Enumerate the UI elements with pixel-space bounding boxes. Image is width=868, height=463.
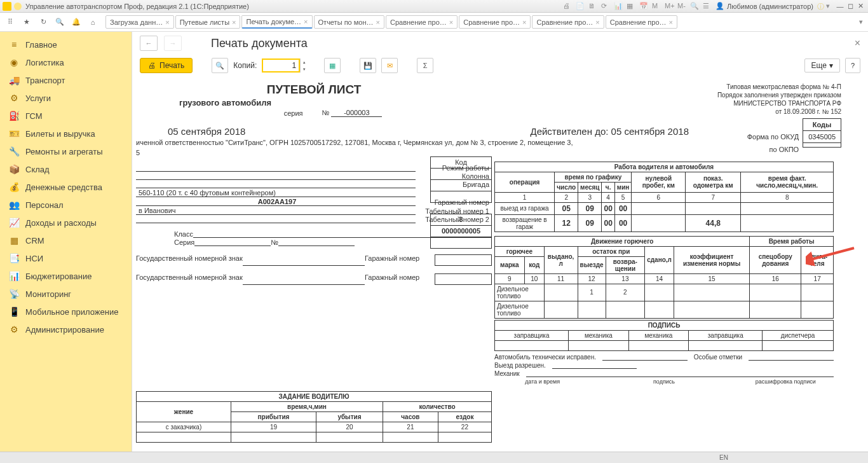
- mplus-icon[interactable]: M+: [665, 2, 674, 11]
- decipher-caption: расшифровка подписи: [738, 378, 834, 385]
- driver: в Иванович: [136, 207, 416, 215]
- sidebar-item-11[interactable]: ▦CRM: [0, 232, 132, 249]
- save-button[interactable]: 💾: [360, 58, 376, 73]
- apps-button[interactable]: ⠿: [3, 15, 18, 30]
- more-button[interactable]: Еще▾: [804, 59, 840, 73]
- tab-1[interactable]: Путевые листы×: [175, 15, 241, 29]
- chart-icon[interactable]: 📊: [614, 2, 623, 11]
- document-scroll[interactable]: ПУТЕВОЙ ЛИСТ грузового автомобиля серия …: [132, 76, 868, 452]
- sidebar-item-7[interactable]: 📦Склад: [0, 160, 132, 178]
- copies-input[interactable]: 1: [262, 59, 300, 73]
- sidebar-icon: 🚚: [9, 75, 19, 85]
- sidebar-item-10[interactable]: 📈Доходы и расходы: [0, 214, 132, 232]
- history-button[interactable]: ↻: [36, 15, 51, 30]
- minimize-button[interactable]: —: [835, 2, 845, 11]
- favorite-button[interactable]: ★: [19, 15, 34, 30]
- tab-close-icon[interactable]: ×: [376, 18, 380, 26]
- sidebar-item-2[interactable]: 🚚Транспорт: [0, 71, 132, 89]
- home-button[interactable]: ⌂: [85, 15, 100, 30]
- sidebar-item-16[interactable]: ⚙Администрирование: [0, 321, 132, 338]
- sidebar-icon: 🎫: [9, 128, 19, 139]
- tab-close-icon[interactable]: ×: [595, 18, 599, 26]
- print-button[interactable]: 🖨Печать: [140, 58, 193, 73]
- refresh-icon[interactable]: ⟳: [601, 2, 610, 11]
- tab-close-icon[interactable]: ×: [522, 18, 526, 26]
- tab-close-icon[interactable]: ×: [449, 18, 453, 26]
- tab-close-icon[interactable]: ×: [669, 18, 673, 26]
- calc-icon[interactable]: 🗎: [588, 2, 597, 11]
- sidebar-icon: ⚙: [9, 324, 19, 335]
- tab-close-icon[interactable]: ×: [232, 18, 236, 26]
- sidebar-item-12[interactable]: 📑НСИ: [0, 249, 132, 267]
- print-icon[interactable]: 🖨: [563, 2, 572, 11]
- list-icon[interactable]: ☰: [703, 2, 712, 11]
- user-label[interactable]: 👤Любимов (администратор): [715, 2, 813, 10]
- grid-icon[interactable]: ▦: [627, 2, 635, 11]
- sidebar-icon: 📈: [9, 218, 19, 228]
- page-close-button[interactable]: ×: [855, 38, 860, 49]
- sidebar-item-9[interactable]: 👥Персонал: [0, 196, 132, 214]
- codes-header: Коды: [803, 119, 841, 131]
- preview-button[interactable]: 🔍: [212, 58, 228, 73]
- tab-6[interactable]: Сравнение про…×: [532, 15, 604, 29]
- sidebar-item-6[interactable]: 🔧Ремонты и агрегаты: [0, 142, 132, 160]
- sidebar-item-0[interactable]: ≡Главное: [0, 36, 132, 53]
- doc-number: -000003: [331, 109, 382, 117]
- okud-label: Форма по ОКУД: [743, 131, 803, 142]
- tab-close-icon[interactable]: ×: [165, 18, 169, 26]
- m-icon[interactable]: M: [652, 2, 661, 11]
- cal-icon[interactable]: 📅: [639, 2, 648, 11]
- tab-menu-button[interactable]: ▾: [857, 15, 865, 30]
- sidebar-item-15[interactable]: 📱Мобильное приложение: [0, 303, 132, 321]
- sidebar-item-13[interactable]: 📊Бюджетирование: [0, 267, 132, 285]
- zoom-icon[interactable]: 🔍: [690, 2, 699, 11]
- doc-icon[interactable]: 📄: [576, 2, 585, 11]
- sidebar: ≡Главное◉Логистика🚚Транспорт⚙Услуги⛽ГСМ🎫…: [0, 32, 132, 452]
- notif-button[interactable]: 🔔: [69, 15, 84, 30]
- tab-0[interactable]: Загрузка данн…×: [105, 15, 174, 29]
- garage2-label: Гаражный номер: [365, 273, 435, 285]
- search-button[interactable]: 🔍: [52, 15, 67, 30]
- sidebar-icon: ⚙: [9, 93, 19, 103]
- copies-down[interactable]: ▼: [300, 66, 308, 73]
- dropdown-icon[interactable]: [14, 3, 22, 10]
- tab-3[interactable]: Отчеты по мон…×: [314, 15, 384, 29]
- tab-5[interactable]: Сравнение про…×: [459, 15, 531, 29]
- sidebar-item-5[interactable]: 🎫Билеты и выручка: [0, 125, 132, 142]
- forward-button[interactable]: →: [164, 36, 182, 51]
- sidebar-label: CRM: [25, 236, 44, 245]
- form-note-2: Порядок заполнения утвержден приказом: [492, 91, 841, 99]
- tab-close-icon[interactable]: ×: [304, 18, 308, 25]
- sidebar-item-3[interactable]: ⚙Услуги: [0, 89, 132, 107]
- info-icon[interactable]: ⓘ: [817, 2, 826, 11]
- tab-2[interactable]: Печать докуме…×: [241, 15, 312, 29]
- mminus-icon[interactable]: M-: [677, 2, 686, 11]
- code-mini-table: Код 3 0000000005: [430, 156, 492, 249]
- sidebar-item-1[interactable]: ◉Логистика: [0, 53, 132, 71]
- codes-box: Коды 0345005 Форма по ОКУД по ОКПО: [803, 118, 841, 148]
- tab-4[interactable]: Сравнение про…×: [386, 15, 458, 29]
- sidebar-item-4[interactable]: ⛽ГСМ: [0, 107, 132, 125]
- sidebar-icon: 📊: [9, 271, 19, 281]
- series2-label: Серия: [174, 238, 194, 246]
- sidebar-label: Транспорт: [25, 76, 65, 85]
- sidebar-item-14[interactable]: 📡Мониторинг: [0, 285, 132, 303]
- top-toolbar: ⠿ ★ ↻ 🔍 🔔 ⌂ Загрузка данн…×Путевые листы…: [0, 13, 868, 32]
- sidebar-icon: ≡: [9, 39, 19, 50]
- form-note-1: Типовая межотраслевая форма № 4-П: [492, 83, 841, 91]
- lang-indicator[interactable]: EN: [719, 454, 728, 461]
- sidebar-icon: 💰: [9, 182, 19, 192]
- back-button[interactable]: ←: [140, 36, 158, 51]
- copies-up[interactable]: ▲: [300, 59, 308, 66]
- sidebar-label: Денежные средства: [25, 183, 102, 192]
- sign-table: ПОДПИСЬ заправщикамеханикамеханиказаправ…: [494, 320, 834, 351]
- close-button[interactable]: ✕: [855, 2, 865, 11]
- dropdown2-icon[interactable]: ▾: [826, 2, 835, 11]
- maximize-button[interactable]: ◻: [845, 2, 855, 11]
- sum-button[interactable]: Σ: [417, 58, 433, 73]
- tab-7[interactable]: Сравнение про…×: [606, 15, 677, 29]
- mail-button[interactable]: ✉: [381, 58, 398, 73]
- layout-button[interactable]: ▦: [324, 58, 341, 73]
- sidebar-item-8[interactable]: 💰Денежные средства: [0, 178, 132, 196]
- help-button[interactable]: ?: [845, 58, 860, 73]
